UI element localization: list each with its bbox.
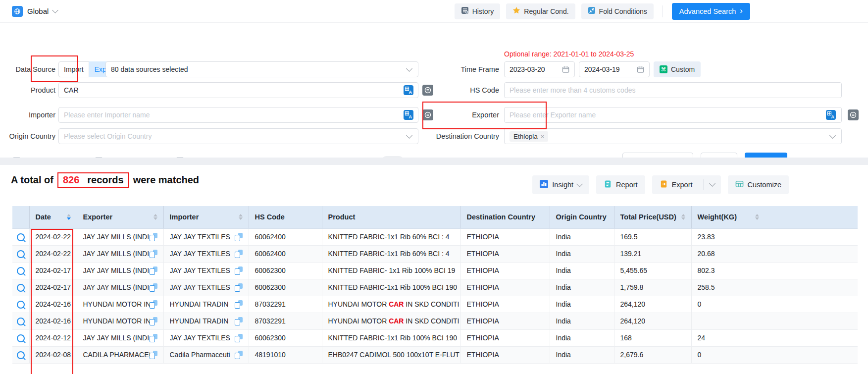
- copy-icon[interactable]: [235, 233, 243, 241]
- column-header-date[interactable]: Date: [29, 206, 77, 228]
- view-details-icon[interactable]: [17, 334, 25, 342]
- origin-country-placeholder: Please select Origin Country: [64, 132, 152, 140]
- table-row[interactable]: 2024-02-17 JAY JAY MILLS (INDI JAY JAY T…: [12, 279, 858, 296]
- row-product: KNITTED FABRIC- 1x1 Rib 100% BCI 19: [328, 267, 456, 274]
- copy-icon[interactable]: [150, 351, 157, 359]
- date-end-input[interactable]: 2024-03-19: [579, 61, 650, 77]
- summary-suffix: were matched: [133, 174, 199, 186]
- row-price: 1,759.8: [620, 283, 644, 291]
- copy-icon[interactable]: [235, 250, 243, 258]
- copy-icon[interactable]: [235, 267, 243, 275]
- regular-cond-label: Regular Cond.: [524, 7, 568, 15]
- table-row[interactable]: 2024-02-22 JAY JAY MILLS (INDI JAY JAY T…: [12, 228, 858, 245]
- product-input[interactable]: [58, 82, 418, 98]
- export-dropdown[interactable]: [703, 179, 721, 191]
- column-header-exporter[interactable]: Exporter: [77, 206, 163, 228]
- sort-control[interactable]: [153, 214, 157, 220]
- copy-icon[interactable]: [235, 300, 243, 309]
- advanced-search-button[interactable]: Advanced Search ›: [672, 3, 750, 20]
- origin-country-select[interactable]: Please select Origin Country: [58, 128, 418, 144]
- sort-control[interactable]: [755, 214, 759, 220]
- date-start-value: 2023-03-20: [510, 65, 545, 73]
- table-row[interactable]: 2024-02-16 HYUNDAI MOTOR IND HYUNDAI TRA…: [12, 313, 858, 329]
- sort-control[interactable]: [67, 214, 71, 220]
- optional-range-text: Optional range: 2021-01-01 to 2024-03-25: [504, 50, 634, 58]
- row-product: HYUNDAI MOTOR CAR IN SKD CONDITI: [328, 317, 460, 325]
- results-toolbar: Insight Report Export Customize: [532, 175, 789, 194]
- copy-icon[interactable]: [150, 317, 157, 325]
- copy-icon[interactable]: [150, 250, 157, 258]
- sort-control[interactable]: [239, 214, 243, 220]
- date-start-input[interactable]: 2023-03-20: [504, 61, 575, 77]
- column-header-product: Product: [322, 206, 460, 228]
- copy-icon[interactable]: [150, 283, 157, 292]
- view-details-icon[interactable]: [17, 250, 25, 258]
- copy-icon[interactable]: [150, 267, 157, 275]
- hs-code-input[interactable]: [504, 82, 842, 98]
- customize-button[interactable]: Customize: [728, 175, 789, 194]
- report-button[interactable]: Report: [596, 175, 645, 194]
- export-file-icon: [660, 180, 668, 190]
- export-main[interactable]: Export: [652, 175, 699, 194]
- region-label: Global: [27, 7, 49, 15]
- copy-icon[interactable]: [235, 351, 243, 359]
- history-button[interactable]: History: [455, 3, 501, 19]
- column-header-weight[interactable]: Weight(KG): [691, 206, 765, 228]
- view-details-icon[interactable]: [17, 267, 25, 275]
- advanced-search-label: Advanced Search: [679, 7, 736, 15]
- records-word: records: [87, 174, 123, 186]
- table-row[interactable]: 2024-02-08 CADILA PHARMACEUT Cadila Phar…: [12, 346, 858, 363]
- data-sources-select[interactable]: 80 data sources selected: [105, 61, 418, 77]
- destination-tag-label: Ethiopia: [513, 133, 538, 140]
- match-mode-icon[interactable]: [848, 109, 859, 122]
- customize-label: Customize: [748, 181, 782, 189]
- exporter-input[interactable]: [504, 107, 842, 123]
- copy-icon[interactable]: [235, 317, 243, 325]
- view-details-icon[interactable]: [17, 318, 25, 325]
- row-destination: ETHIOPIA: [467, 351, 499, 359]
- destination-tag: Ethiopia ×: [510, 131, 548, 142]
- column-header-importer[interactable]: Importer: [163, 206, 249, 228]
- table-row[interactable]: 2024-02-17 JAY JAY MILLS (INDI JAY JAY T…: [12, 262, 858, 279]
- copy-icon[interactable]: [235, 283, 243, 292]
- view-details-icon[interactable]: [17, 301, 25, 309]
- sort-control[interactable]: [681, 214, 685, 220]
- row-origin: India: [556, 283, 571, 291]
- table-row[interactable]: 2024-02-22 JAY JAY MILLS (INDI JAY JAY T…: [12, 245, 858, 262]
- export-button[interactable]: Export: [652, 175, 721, 194]
- row-product: KNITTED FABRIC-1x1 Rib 60% BCI : 4: [328, 250, 450, 258]
- insight-label: Insight: [552, 181, 573, 189]
- import-tab[interactable]: Import: [58, 61, 89, 77]
- insight-button[interactable]: Insight: [532, 175, 589, 194]
- view-details-icon[interactable]: [17, 351, 25, 359]
- regular-cond-button[interactable]: Regular Cond.: [506, 3, 575, 19]
- row-hs-code: 87032291: [255, 300, 286, 308]
- row-exporter: CADILA PHARMACEUT: [83, 351, 150, 359]
- copy-icon[interactable]: [235, 334, 243, 342]
- translate-icon[interactable]: A: [826, 110, 836, 121]
- importer-input[interactable]: [58, 107, 418, 123]
- destination-country-select[interactable]: Ethiopia ×: [504, 128, 842, 144]
- region-switcher[interactable]: Global: [12, 6, 57, 17]
- close-icon[interactable]: ×: [541, 133, 545, 140]
- copy-icon[interactable]: [150, 300, 157, 309]
- copy-icon[interactable]: [150, 334, 157, 342]
- view-details-icon[interactable]: [17, 284, 25, 292]
- fold-conditions-button[interactable]: Fold Conditions: [581, 3, 654, 19]
- row-date: 2024-02-12: [36, 334, 71, 342]
- origin-country-label: Origin Country: [0, 128, 55, 144]
- importer-label: Importer: [0, 107, 55, 123]
- row-product: EHB0247 CADIMOL 500 100x10T E-FLUT: [328, 351, 460, 359]
- view-details-icon[interactable]: [17, 233, 25, 241]
- row-hs-code: 60062400: [255, 233, 286, 241]
- row-hs-code: 48191010: [255, 351, 286, 359]
- row-hs-code: 87032291: [255, 317, 286, 325]
- exporter-label: Exporter: [411, 107, 499, 123]
- copy-icon[interactable]: [150, 233, 157, 241]
- table-row[interactable]: 2024-02-16 HYUNDAI MOTOR IND HYUNDAI TRA…: [12, 296, 858, 313]
- custom-range-button[interactable]: ⌘ Custom: [654, 61, 701, 77]
- column-header-price[interactable]: Total Price(USD): [614, 206, 691, 228]
- table-row[interactable]: 2024-02-12 JAY JAY MILLS (INDI JAY JAY T…: [12, 329, 858, 346]
- row-importer: HYUNDAI TRADIN: [170, 300, 229, 308]
- row-price: 169.5: [620, 233, 638, 241]
